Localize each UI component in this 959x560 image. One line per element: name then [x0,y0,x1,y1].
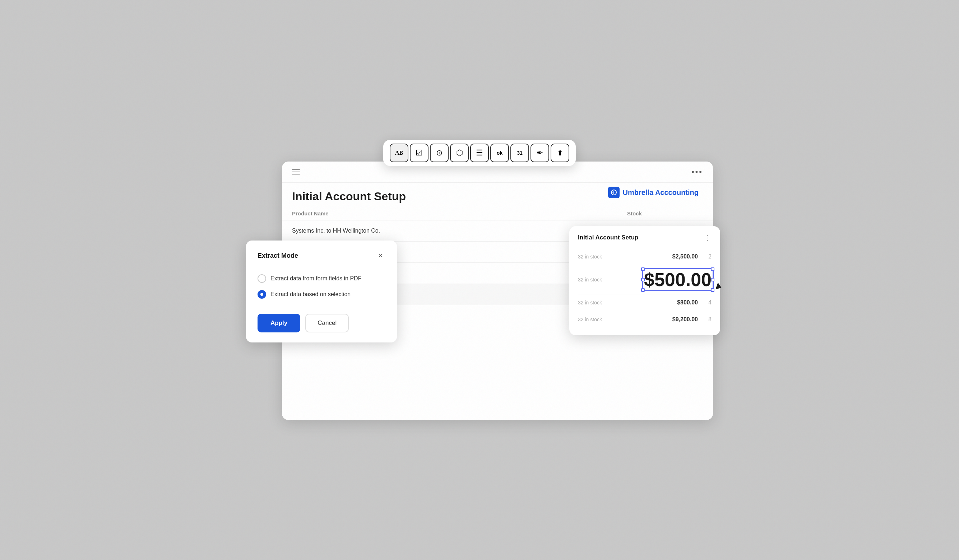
toolbar-text-btn[interactable]: AB [390,143,408,162]
table-header: Product Name Stock [282,207,713,220]
extract-mode-dialog: Extract Mode ✕ Extract data from form fi… [246,240,397,342]
toolbar-dropdown-btn[interactable]: ⬡ [450,143,469,162]
hamburger-menu[interactable] [292,169,300,175]
cursor-arrow-icon [715,283,723,291]
panel-row-4: 32 in stock $9,200.00 8 [578,311,712,328]
radio-form-fields[interactable] [258,274,266,283]
toolbar-export-btn[interactable]: ⬆ [551,143,569,162]
dialog-title: Extract Mode [258,252,298,259]
panel-header: Initial Account Setup ⋮ [578,233,712,242]
panel-row-4-qty: 8 [701,316,712,323]
dropdown-icon: ⬡ [456,148,463,158]
hamburger-line [292,172,300,172]
dialog-close-button[interactable]: ✕ [375,251,386,261]
cancel-button[interactable]: Cancel [305,314,349,332]
panel-row-3: 32 in stock $800.00 4 [578,294,712,311]
panel-row-4-price: $9,200.00 [666,316,698,323]
export-icon: ⬆ [557,149,563,157]
text-field-icon: AB [395,150,403,156]
panel-row-2-price: $500.00 [644,270,712,289]
checkbox-icon: ☑ [416,148,423,158]
option-selection[interactable]: Extract data based on selection [258,286,386,302]
dialog-buttons: Apply Cancel [258,314,386,332]
panel-row-4-stock: 32 in stock [578,317,610,322]
brand-name: Umbrella Acccounting [623,188,699,197]
option-form-fields-label: Extract data from form fields in PDF [271,275,361,282]
option-form-fields[interactable]: Extract data from form fields in PDF [258,270,386,286]
signature-icon: ✒ [537,148,543,158]
radio-icon: ⊙ [436,148,443,158]
hamburger-line [292,174,300,175]
row-product-1: Systems Inc. to HH Wellington Co. [292,228,566,234]
panel-row-1-price: $2,500.00 [666,253,698,260]
toolbar-date-btn[interactable]: 31 [510,143,529,162]
panel-row-2-selected: 32 in stock $500.00 [578,265,712,294]
panel-row-1: 32 in stock $2,500.00 2 [578,248,712,265]
date-icon: 31 [517,150,523,156]
more-options-button[interactable]: ••• [691,167,703,177]
right-panel: Initial Account Setup ⋮ 32 in stock $2,5… [569,226,720,335]
panel-row-1-qty: 2 [701,253,712,260]
selected-value-container: $500.00 [644,270,712,289]
toolbar-radio-btn[interactable]: ⊙ [430,143,449,162]
toolbar-ok-btn[interactable]: ok [490,143,509,162]
brand-icon [608,187,620,198]
panel-row-2-stock: 32 in stock [578,277,610,283]
panel-row-3-stock: 32 in stock [578,300,610,305]
col-header-product: Product Name [292,210,566,216]
dialog-header: Extract Mode ✕ [258,251,386,261]
col-header-stock: Stock [566,210,703,216]
radio-selection[interactable] [258,290,266,299]
ok-icon: ok [497,150,502,156]
toolbar-checkbox-btn[interactable]: ☑ [410,143,429,162]
option-selection-label: Extract data based on selection [271,291,350,298]
brand-logo: Umbrella Acccounting [608,187,699,198]
list-icon: ☰ [476,148,483,158]
panel-row-1-stock: 32 in stock [578,254,610,259]
panel-row-3-price: $800.00 [666,299,698,306]
apply-button[interactable]: Apply [258,314,300,332]
toolbar-list-btn[interactable]: ☰ [470,143,489,162]
panel-row-3-qty: 4 [701,299,712,306]
panel-title: Initial Account Setup [578,234,638,241]
panel-more-options[interactable]: ⋮ [704,233,712,242]
hamburger-line [292,169,300,170]
selected-value: $500.00 [644,269,712,290]
toolbar: AB ☑ ⊙ ⬡ ☰ ok 31 ✒ ⬆ [383,140,576,166]
toolbar-signature-btn[interactable]: ✒ [530,143,549,162]
